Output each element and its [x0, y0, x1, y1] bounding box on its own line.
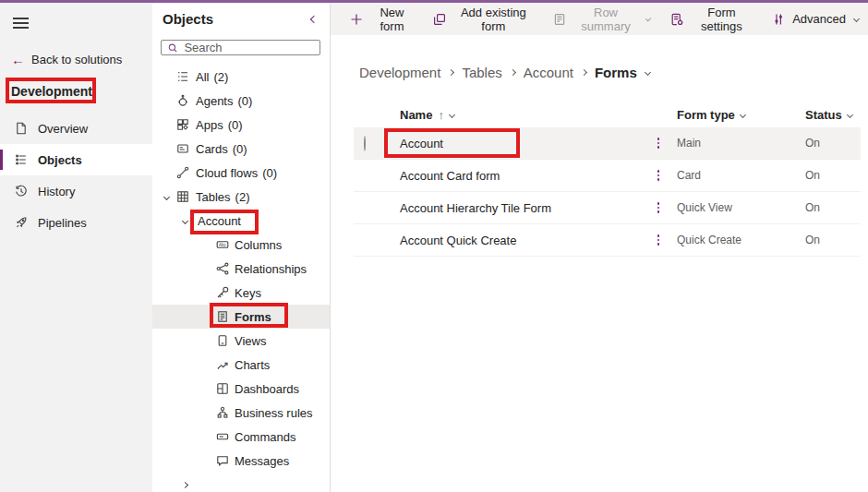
tree-item-agents[interactable]: Agents(0) [152, 89, 330, 113]
chevron-right-icon [581, 68, 587, 75]
add-existing-form-icon [432, 12, 447, 27]
back-arrow-icon: ← [11, 53, 25, 66]
history-icon [14, 184, 29, 198]
row-summary-button[interactable]: Row summary [543, 6, 660, 32]
dashboards-icon [215, 381, 230, 396]
breadcrumb-forms-current[interactable]: Forms [595, 65, 637, 80]
row-name-cell[interactable]: Account Hierarchy Tile Form [400, 192, 651, 223]
tree-item-account[interactable]: Account [152, 209, 330, 233]
svg-text:Abc: Abc [219, 243, 227, 247]
collapse-panel-icon[interactable] [311, 17, 317, 22]
chevron-right-icon [510, 68, 516, 75]
more-options-icon[interactable] [651, 202, 666, 213]
chevron-down-icon [740, 111, 746, 117]
search-box[interactable] [161, 40, 320, 55]
breadcrumb-account[interactable]: Account [524, 65, 573, 80]
business-rules-icon [215, 405, 230, 420]
command-bar: New form Add existing form Row summary F… [331, 3, 868, 35]
table-row[interactable]: Account Hierarchy Tile Form Quick View O… [354, 192, 861, 224]
tree-item-keys[interactable]: Keys [152, 281, 330, 305]
chevron-down-icon [853, 16, 860, 22]
tree-item-business-rules[interactable]: Business rules [152, 401, 330, 425]
messages-icon [215, 453, 230, 468]
column-header-status[interactable]: Status [805, 108, 861, 122]
breadcrumb-tables[interactable]: Tables [462, 65, 501, 80]
chevron-down-icon[interactable] [159, 195, 174, 199]
column-header-form-type[interactable]: Form type [677, 108, 805, 122]
tree-item-tables[interactable]: Tables(2) [152, 185, 330, 209]
tree-item-messages[interactable]: Messages [152, 449, 330, 473]
more-options-icon[interactable] [651, 234, 666, 246]
tree-item-commands[interactable]: Commands [152, 425, 330, 449]
hamburger-menu-icon[interactable] [0, 11, 37, 35]
columns-icon: Abc [215, 237, 230, 252]
forms-icon [215, 309, 230, 324]
sidebar-item-history[interactable]: History [0, 175, 152, 207]
views-icon [215, 333, 230, 348]
sidebar-item-overview[interactable]: Overview [0, 113, 152, 144]
form-settings-icon [669, 12, 684, 27]
sidebar-item-objects[interactable]: Objects [0, 144, 152, 175]
objects-panel: Objects All(2) Agents(0) Apps(0) [152, 3, 331, 492]
tables-icon [175, 189, 190, 204]
objects-tree: All(2) Agents(0) Apps(0) Cards(0) Cloud [152, 65, 330, 492]
plus-icon [349, 12, 364, 27]
solution-name: Development [11, 84, 92, 99]
form-settings-button[interactable]: Form settings [660, 6, 763, 32]
tree-item-columns[interactable]: Abc Columns [152, 233, 330, 257]
tree-item-dashboards[interactable]: Dashboards [152, 377, 330, 401]
advanced-icon [771, 12, 786, 27]
keys-icon [215, 285, 230, 300]
more-options-icon[interactable] [651, 170, 666, 181]
chevron-down-icon[interactable] [177, 219, 192, 223]
tree-item-partial[interactable] [152, 473, 330, 492]
all-icon [175, 69, 190, 84]
table-row[interactable]: Account Main On [354, 127, 861, 160]
back-label: Back to solutions [31, 53, 122, 66]
left-sidebar: ← Back to solutions Development Overview… [0, 3, 152, 492]
tree-item-forms[interactable]: Forms [152, 305, 330, 329]
breadcrumb-development[interactable]: Development [359, 65, 440, 80]
sidebar-nav: Overview Objects History Pipelines [0, 113, 152, 238]
row-name-cell[interactable]: Account [400, 127, 651, 159]
objects-icon [14, 152, 29, 167]
table-row[interactable]: Account Quick Create Quick Create On [354, 224, 861, 257]
tree-item-relationships[interactable]: Relationships [152, 257, 330, 281]
new-form-button[interactable]: New form [340, 6, 423, 32]
table-row[interactable]: Account Card form Card On [354, 160, 861, 192]
tree-item-cloud-flows[interactable]: Cloud flows(0) [152, 161, 330, 185]
sidebar-item-pipelines[interactable]: Pipelines [0, 207, 152, 238]
relationships-icon [215, 261, 230, 276]
search-icon [167, 42, 178, 54]
tree-item-views[interactable]: Views [152, 329, 330, 353]
overview-icon [14, 121, 29, 136]
tree-item-charts[interactable]: Charts [152, 353, 330, 377]
apps-icon [175, 117, 190, 132]
tree-item-cards[interactable]: Cards(0) [152, 137, 330, 161]
tree-item-all[interactable]: All(2) [152, 65, 330, 89]
panel-title: Objects [163, 11, 213, 27]
chevron-down-icon[interactable] [645, 68, 651, 75]
more-options-icon[interactable] [651, 138, 666, 149]
table-header-row: Name ↑ Form type Status [354, 102, 861, 127]
column-header-name[interactable]: Name ↑ [400, 108, 651, 122]
row-radio-button[interactable] [364, 136, 366, 151]
forms-table: Name ↑ Form type Status Account [354, 102, 861, 257]
chevron-right-icon [448, 68, 454, 75]
row-name-cell[interactable]: Account Quick Create [400, 224, 651, 256]
back-to-solutions-link[interactable]: ← Back to solutions [0, 50, 152, 68]
agents-icon [175, 93, 190, 108]
main-area: New form Add existing form Row summary F… [331, 3, 868, 492]
advanced-button[interactable]: Advanced [762, 6, 868, 32]
breadcrumb: Development Tables Account Forms [359, 63, 868, 81]
cards-icon [175, 141, 190, 156]
chevron-down-icon [449, 111, 455, 117]
search-input[interactable] [184, 41, 314, 54]
add-existing-form-button[interactable]: Add existing form [423, 6, 543, 32]
sort-ascending-icon: ↑ [438, 108, 444, 122]
chevron-down-icon [847, 111, 853, 117]
tree-item-apps[interactable]: Apps(0) [152, 113, 330, 137]
row-name-cell[interactable]: Account Card form [400, 160, 651, 191]
pipelines-icon [14, 215, 29, 230]
cloud-flows-icon [175, 165, 190, 180]
